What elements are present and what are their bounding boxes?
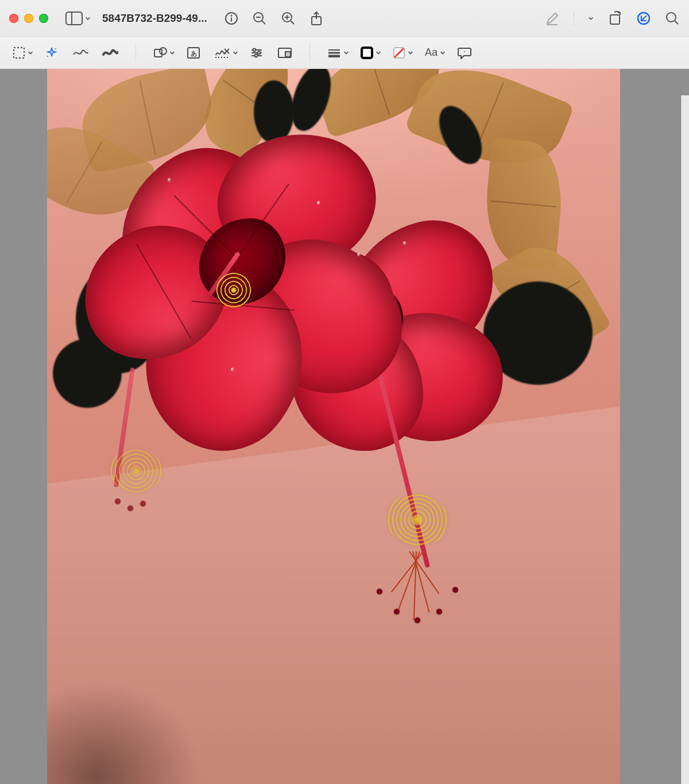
svg-line-9 (291, 21, 294, 24)
image-shadow (47, 675, 208, 784)
fill-color-button[interactable] (388, 43, 416, 63)
sign-button[interactable] (210, 43, 241, 63)
water-drop (357, 253, 361, 257)
svg-point-3 (230, 15, 232, 17)
stigma (140, 501, 146, 507)
chevron-down-icon (408, 50, 413, 56)
chevron-down-icon (376, 50, 381, 56)
svg-point-23 (160, 48, 167, 55)
rotate-button[interactable] (607, 11, 622, 26)
chevron-down-icon (588, 14, 594, 22)
svg-rect-36 (285, 52, 291, 57)
svg-point-21 (47, 56, 48, 57)
water-drop (231, 368, 234, 372)
stigma (127, 505, 133, 511)
text-box-icon: あ (187, 47, 200, 59)
fill-color-icon (393, 47, 405, 59)
rotate-icon (607, 11, 622, 26)
zoom-button[interactable] (39, 14, 48, 23)
svg-point-30 (253, 48, 256, 51)
svg-text:”: ” (464, 50, 466, 55)
annotate-button[interactable]: ” (452, 43, 477, 63)
adjust-color-button[interactable] (245, 43, 268, 63)
selection-tool-button[interactable] (8, 43, 36, 63)
zoom-out-button[interactable] (252, 11, 267, 26)
sidebar-toggle-button[interactable] (65, 11, 91, 25)
titlebar: 5847B732-B299-49... (0, 0, 689, 37)
share-button[interactable] (309, 11, 323, 26)
svg-rect-15 (610, 15, 620, 24)
svg-point-20 (55, 48, 56, 49)
stigma (115, 499, 121, 504)
zoom-in-button[interactable] (281, 11, 296, 26)
markup-pencil-button[interactable] (545, 11, 560, 26)
svg-line-6 (262, 21, 265, 24)
svg-rect-0 (66, 12, 82, 25)
border-color-button[interactable] (356, 43, 384, 63)
sketch-button[interactable] (68, 43, 93, 63)
stigma (436, 609, 442, 615)
draw-icon (102, 48, 118, 58)
info-icon (224, 11, 238, 25)
toolbar-separator (574, 11, 574, 26)
image-viewport[interactable] (47, 69, 620, 784)
chevron-down-icon (343, 50, 349, 56)
line-weight-icon (327, 48, 341, 57)
chevron-down-icon (28, 50, 33, 56)
selection-icon (13, 47, 25, 59)
toolbar-separator (309, 44, 310, 61)
text-tool-button[interactable]: あ (182, 43, 205, 63)
right-gutter (681, 95, 689, 784)
stigma (377, 589, 382, 594)
svg-rect-19 (14, 48, 24, 58)
zoom-out-icon (252, 11, 267, 26)
shapes-icon (153, 47, 167, 59)
stigma (452, 587, 458, 593)
anthers (110, 448, 162, 494)
instant-alpha-button[interactable] (40, 43, 63, 63)
chevron-down-icon (169, 50, 175, 56)
water-drop (403, 241, 407, 246)
pencil-icon (545, 11, 560, 26)
adjust-size-button[interactable] (273, 43, 297, 63)
canvas-area[interactable] (0, 69, 689, 784)
draw-button[interactable] (98, 43, 123, 63)
foliage-shadow (254, 80, 294, 144)
speech-bubble-icon: ” (457, 47, 472, 59)
close-button[interactable] (9, 14, 18, 23)
toolbar-separator (136, 44, 136, 61)
signature-icon (214, 47, 230, 59)
border-weight-button[interactable] (323, 43, 351, 63)
crop-icon (277, 47, 292, 59)
anthers (214, 270, 254, 310)
sparkle-icon (45, 46, 59, 60)
svg-rect-4 (231, 17, 232, 21)
more-button[interactable] (588, 14, 594, 22)
svg-point-34 (255, 54, 258, 57)
font-style-button[interactable]: Aa (420, 43, 448, 63)
water-drop (317, 201, 320, 206)
minimize-button[interactable] (24, 14, 33, 23)
search-icon (665, 11, 680, 26)
edit-colors-button[interactable] (636, 11, 651, 26)
chevron-down-icon (440, 50, 446, 56)
svg-point-32 (258, 51, 261, 54)
sliders-icon (250, 47, 264, 59)
stigma (415, 617, 420, 623)
shapes-button[interactable] (149, 43, 177, 63)
markup-circle-icon (636, 11, 651, 26)
markup-toolbar: あ (0, 37, 689, 69)
water-drop (168, 178, 171, 183)
svg-line-18 (675, 21, 678, 24)
share-icon (309, 11, 323, 26)
sketch-icon (72, 48, 88, 58)
chevron-down-icon (85, 15, 91, 22)
window-title: 5847B732-B299-49... (102, 12, 207, 25)
chevron-down-icon (233, 50, 238, 56)
font-label: Aa (425, 47, 438, 59)
zoom-in-icon (281, 11, 296, 26)
window-controls (9, 14, 48, 23)
search-button[interactable] (665, 11, 680, 26)
info-button[interactable] (224, 11, 238, 25)
svg-text:あ: あ (191, 50, 197, 57)
